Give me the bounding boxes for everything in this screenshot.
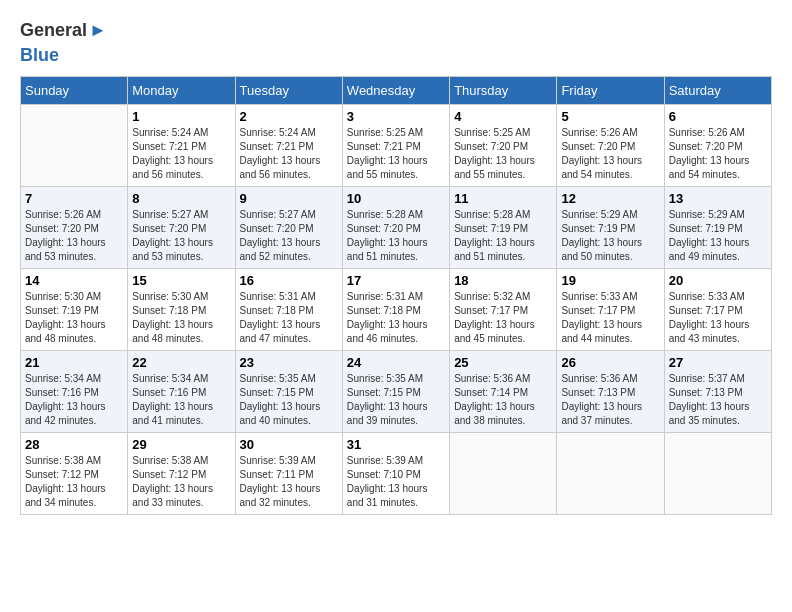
calendar-day-cell: 19Sunrise: 5:33 AM Sunset: 7:17 PM Dayli… (557, 269, 664, 351)
day-number: 12 (561, 191, 659, 206)
calendar-day-cell (21, 105, 128, 187)
calendar-day-cell: 2Sunrise: 5:24 AM Sunset: 7:21 PM Daylig… (235, 105, 342, 187)
calendar-week-row: 14Sunrise: 5:30 AM Sunset: 7:19 PM Dayli… (21, 269, 772, 351)
day-number: 27 (669, 355, 767, 370)
weekday-header: Thursday (450, 77, 557, 105)
day-number: 15 (132, 273, 230, 288)
day-info: Sunrise: 5:33 AM Sunset: 7:17 PM Dayligh… (561, 290, 659, 346)
day-info: Sunrise: 5:36 AM Sunset: 7:13 PM Dayligh… (561, 372, 659, 428)
day-info: Sunrise: 5:25 AM Sunset: 7:20 PM Dayligh… (454, 126, 552, 182)
day-info: Sunrise: 5:30 AM Sunset: 7:18 PM Dayligh… (132, 290, 230, 346)
calendar-day-cell: 20Sunrise: 5:33 AM Sunset: 7:17 PM Dayli… (664, 269, 771, 351)
calendar-day-cell: 10Sunrise: 5:28 AM Sunset: 7:20 PM Dayli… (342, 187, 449, 269)
day-number: 28 (25, 437, 123, 452)
day-info: Sunrise: 5:35 AM Sunset: 7:15 PM Dayligh… (240, 372, 338, 428)
calendar-day-cell: 11Sunrise: 5:28 AM Sunset: 7:19 PM Dayli… (450, 187, 557, 269)
calendar-day-cell: 28Sunrise: 5:38 AM Sunset: 7:12 PM Dayli… (21, 433, 128, 515)
logo: General ► Blue (20, 20, 107, 66)
day-number: 31 (347, 437, 445, 452)
logo-general-text: General (20, 20, 87, 41)
day-number: 13 (669, 191, 767, 206)
day-info: Sunrise: 5:35 AM Sunset: 7:15 PM Dayligh… (347, 372, 445, 428)
day-number: 3 (347, 109, 445, 124)
day-number: 20 (669, 273, 767, 288)
calendar-day-cell: 1Sunrise: 5:24 AM Sunset: 7:21 PM Daylig… (128, 105, 235, 187)
calendar-day-cell: 25Sunrise: 5:36 AM Sunset: 7:14 PM Dayli… (450, 351, 557, 433)
day-number: 5 (561, 109, 659, 124)
day-info: Sunrise: 5:25 AM Sunset: 7:21 PM Dayligh… (347, 126, 445, 182)
calendar-day-cell: 12Sunrise: 5:29 AM Sunset: 7:19 PM Dayli… (557, 187, 664, 269)
calendar-day-cell: 15Sunrise: 5:30 AM Sunset: 7:18 PM Dayli… (128, 269, 235, 351)
day-number: 21 (25, 355, 123, 370)
calendar-day-cell: 9Sunrise: 5:27 AM Sunset: 7:20 PM Daylig… (235, 187, 342, 269)
calendar-table: SundayMondayTuesdayWednesdayThursdayFrid… (20, 76, 772, 515)
calendar-day-cell: 22Sunrise: 5:34 AM Sunset: 7:16 PM Dayli… (128, 351, 235, 433)
calendar-day-cell: 18Sunrise: 5:32 AM Sunset: 7:17 PM Dayli… (450, 269, 557, 351)
calendar-week-row: 7Sunrise: 5:26 AM Sunset: 7:20 PM Daylig… (21, 187, 772, 269)
calendar-day-cell (450, 433, 557, 515)
day-number: 6 (669, 109, 767, 124)
calendar-week-row: 28Sunrise: 5:38 AM Sunset: 7:12 PM Dayli… (21, 433, 772, 515)
day-number: 23 (240, 355, 338, 370)
day-info: Sunrise: 5:24 AM Sunset: 7:21 PM Dayligh… (240, 126, 338, 182)
calendar-day-cell: 13Sunrise: 5:29 AM Sunset: 7:19 PM Dayli… (664, 187, 771, 269)
calendar-day-cell: 29Sunrise: 5:38 AM Sunset: 7:12 PM Dayli… (128, 433, 235, 515)
day-info: Sunrise: 5:31 AM Sunset: 7:18 PM Dayligh… (347, 290, 445, 346)
calendar-day-cell (664, 433, 771, 515)
day-info: Sunrise: 5:36 AM Sunset: 7:14 PM Dayligh… (454, 372, 552, 428)
day-info: Sunrise: 5:26 AM Sunset: 7:20 PM Dayligh… (25, 208, 123, 264)
day-number: 18 (454, 273, 552, 288)
day-number: 14 (25, 273, 123, 288)
day-info: Sunrise: 5:26 AM Sunset: 7:20 PM Dayligh… (669, 126, 767, 182)
logo-bird-icon: ► (89, 20, 107, 41)
day-info: Sunrise: 5:33 AM Sunset: 7:17 PM Dayligh… (669, 290, 767, 346)
calendar-day-cell: 14Sunrise: 5:30 AM Sunset: 7:19 PM Dayli… (21, 269, 128, 351)
calendar-day-cell: 24Sunrise: 5:35 AM Sunset: 7:15 PM Dayli… (342, 351, 449, 433)
day-info: Sunrise: 5:31 AM Sunset: 7:18 PM Dayligh… (240, 290, 338, 346)
day-info: Sunrise: 5:27 AM Sunset: 7:20 PM Dayligh… (132, 208, 230, 264)
day-number: 11 (454, 191, 552, 206)
weekday-header: Wednesday (342, 77, 449, 105)
calendar-week-row: 1Sunrise: 5:24 AM Sunset: 7:21 PM Daylig… (21, 105, 772, 187)
day-number: 26 (561, 355, 659, 370)
day-info: Sunrise: 5:38 AM Sunset: 7:12 PM Dayligh… (25, 454, 123, 510)
day-number: 1 (132, 109, 230, 124)
weekday-header: Tuesday (235, 77, 342, 105)
day-info: Sunrise: 5:24 AM Sunset: 7:21 PM Dayligh… (132, 126, 230, 182)
calendar-day-cell: 7Sunrise: 5:26 AM Sunset: 7:20 PM Daylig… (21, 187, 128, 269)
calendar-day-cell (557, 433, 664, 515)
day-info: Sunrise: 5:37 AM Sunset: 7:13 PM Dayligh… (669, 372, 767, 428)
day-number: 8 (132, 191, 230, 206)
day-number: 2 (240, 109, 338, 124)
day-info: Sunrise: 5:28 AM Sunset: 7:19 PM Dayligh… (454, 208, 552, 264)
day-number: 22 (132, 355, 230, 370)
day-info: Sunrise: 5:39 AM Sunset: 7:11 PM Dayligh… (240, 454, 338, 510)
day-info: Sunrise: 5:30 AM Sunset: 7:19 PM Dayligh… (25, 290, 123, 346)
day-number: 30 (240, 437, 338, 452)
weekday-header: Saturday (664, 77, 771, 105)
day-number: 7 (25, 191, 123, 206)
calendar-week-row: 21Sunrise: 5:34 AM Sunset: 7:16 PM Dayli… (21, 351, 772, 433)
weekday-header: Sunday (21, 77, 128, 105)
day-info: Sunrise: 5:39 AM Sunset: 7:10 PM Dayligh… (347, 454, 445, 510)
day-info: Sunrise: 5:29 AM Sunset: 7:19 PM Dayligh… (669, 208, 767, 264)
day-info: Sunrise: 5:38 AM Sunset: 7:12 PM Dayligh… (132, 454, 230, 510)
day-number: 25 (454, 355, 552, 370)
day-info: Sunrise: 5:28 AM Sunset: 7:20 PM Dayligh… (347, 208, 445, 264)
calendar-day-cell: 23Sunrise: 5:35 AM Sunset: 7:15 PM Dayli… (235, 351, 342, 433)
weekday-header-row: SundayMondayTuesdayWednesdayThursdayFrid… (21, 77, 772, 105)
calendar-day-cell: 6Sunrise: 5:26 AM Sunset: 7:20 PM Daylig… (664, 105, 771, 187)
day-info: Sunrise: 5:34 AM Sunset: 7:16 PM Dayligh… (25, 372, 123, 428)
weekday-header: Monday (128, 77, 235, 105)
day-number: 19 (561, 273, 659, 288)
calendar-day-cell: 26Sunrise: 5:36 AM Sunset: 7:13 PM Dayli… (557, 351, 664, 433)
day-info: Sunrise: 5:27 AM Sunset: 7:20 PM Dayligh… (240, 208, 338, 264)
calendar-day-cell: 5Sunrise: 5:26 AM Sunset: 7:20 PM Daylig… (557, 105, 664, 187)
day-number: 24 (347, 355, 445, 370)
day-info: Sunrise: 5:34 AM Sunset: 7:16 PM Dayligh… (132, 372, 230, 428)
day-info: Sunrise: 5:32 AM Sunset: 7:17 PM Dayligh… (454, 290, 552, 346)
logo-blue-text: Blue (20, 45, 59, 66)
weekday-header: Friday (557, 77, 664, 105)
day-number: 16 (240, 273, 338, 288)
calendar-day-cell: 21Sunrise: 5:34 AM Sunset: 7:16 PM Dayli… (21, 351, 128, 433)
